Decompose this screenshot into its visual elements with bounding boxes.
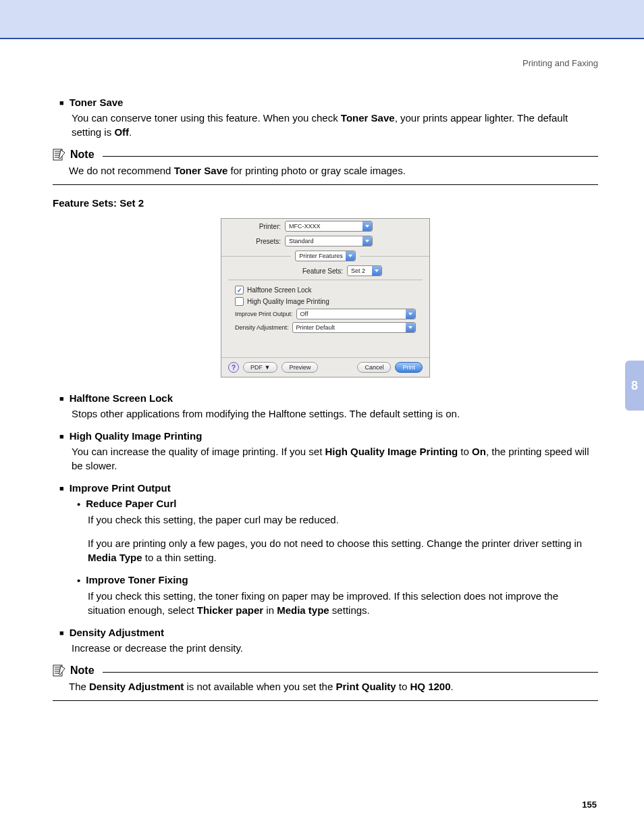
item-title: Toner Save (70, 97, 124, 108)
improve-output-label: Improve Print Output: (235, 311, 293, 317)
subitem-title: Improve Toner Fixing (86, 574, 188, 586)
checkbox-halftone[interactable]: ✓ Halftone Screen Lock (235, 284, 416, 296)
note-icon (53, 149, 66, 161)
body-text: Stops other applications from modifying … (72, 407, 598, 421)
body-text: Increase or decrease the print density. (72, 641, 598, 655)
note-rule (103, 672, 598, 673)
density-adjust-label: Density Adjustment: (235, 324, 289, 331)
subitem-toner-fixing: Improve Toner Fixing (77, 574, 598, 586)
improve-output-select[interactable]: Off (296, 309, 416, 319)
chevron-down-icon (372, 266, 381, 276)
item-toner-save: Toner Save (59, 97, 598, 108)
preview-button[interactable]: Preview (281, 362, 318, 373)
body-text: You can conserve toner using this featur… (72, 111, 598, 139)
feature-sets-label: Feature Sets: (302, 267, 343, 275)
item-title: Improve Print Output (70, 482, 171, 494)
pane-select[interactable]: Printer Features (295, 251, 356, 261)
note-icon (53, 664, 66, 677)
presets-select[interactable]: Standard (285, 236, 373, 246)
pdf-button[interactable]: PDF ▼ (243, 362, 277, 373)
cancel-button[interactable]: Cancel (357, 362, 391, 373)
feature-sets-select[interactable]: Set 2 (347, 265, 382, 276)
checkbox-icon: ✓ (235, 286, 244, 294)
print-button[interactable]: Print (395, 362, 423, 373)
page-top-banner (0, 0, 644, 39)
item-halftone: Halftone Screen Lock (59, 392, 598, 404)
item-title: High Quality Image Printing (70, 430, 203, 442)
printer-label: Printer: (228, 223, 281, 230)
note-rule (103, 156, 598, 157)
checkbox-hq-image[interactable]: High Quality Image Printing (235, 296, 416, 307)
checkbox-icon (235, 297, 244, 306)
subitem-reduce-curl: Reduce Paper Curl (77, 498, 598, 510)
print-dialog: Printer: MFC-XXXX Presets: Standard P (221, 218, 430, 377)
printer-select[interactable]: MFC-XXXX (285, 221, 373, 232)
chevron-down-icon (363, 221, 372, 231)
subitem-title: Reduce Paper Curl (86, 498, 176, 510)
density-adjust-select[interactable]: Printer Default (292, 322, 416, 333)
note-box: Note We do not recommend Toner Save for … (53, 149, 598, 185)
note-text: We do not recommend Toner Save for print… (69, 163, 598, 178)
item-title: Halftone Screen Lock (70, 392, 173, 404)
body-text: If you check this setting, the paper cur… (88, 513, 598, 527)
item-density: Density Adjustment (59, 627, 598, 638)
section-header: Printing and Faxing (53, 58, 598, 68)
body-text: You can increase the quality of image pr… (72, 444, 598, 473)
chevron-down-icon (363, 236, 372, 246)
chevron-down-icon (346, 251, 355, 261)
body-text: If you check this setting, the toner fix… (88, 589, 598, 617)
help-button[interactable]: ? (228, 362, 239, 373)
chevron-down-icon (406, 309, 415, 319)
item-title: Density Adjustment (70, 627, 164, 638)
note-label: Note (70, 664, 95, 677)
presets-label: Presets: (228, 238, 281, 245)
page-number: 155 (582, 800, 597, 810)
note-text: The Density Adjustment is not available … (69, 679, 598, 694)
feature-sets-heading: Feature Sets: Set 2 (53, 197, 598, 209)
body-text: If you are printing only a few pages, yo… (88, 536, 598, 565)
note-box: Note The Density Adjustment is not avail… (53, 664, 598, 701)
item-hq-image: High Quality Image Printing (59, 430, 598, 442)
note-label: Note (70, 149, 95, 161)
item-improve-output: Improve Print Output (59, 482, 598, 494)
chevron-down-icon (406, 323, 415, 332)
